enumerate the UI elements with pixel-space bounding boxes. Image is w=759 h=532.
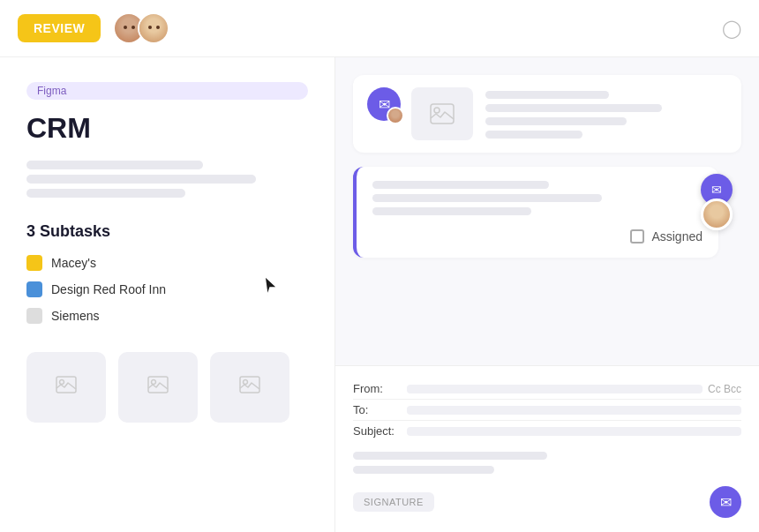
avatar-image-2 bbox=[139, 14, 168, 42]
assigned-row: Assigned bbox=[372, 229, 703, 244]
to-value[interactable] bbox=[407, 406, 741, 415]
msg-line-1 bbox=[485, 91, 609, 99]
svg-point-5 bbox=[244, 380, 248, 385]
subtask-item-maceys: Macey's bbox=[26, 255, 308, 271]
email-footer: SIGNATURE ✉ bbox=[353, 486, 741, 518]
message-lines-1 bbox=[485, 87, 727, 139]
message-body-1 bbox=[411, 87, 727, 140]
msg2-line-3 bbox=[372, 207, 531, 215]
subtask-label-maceys: Macey's bbox=[51, 256, 96, 270]
subtasks-heading: 3 Subtasks bbox=[26, 222, 308, 241]
subtask-label-siemens: Siemens bbox=[51, 309, 99, 323]
subtask-item-design-red-roof: Design Red Roof Inn bbox=[26, 281, 308, 297]
email-from-row: From: Cc Bcc bbox=[353, 378, 741, 400]
subtask-list: Macey's Design Red Roof Inn Siemens bbox=[26, 255, 308, 324]
subtask-dot-blue bbox=[26, 281, 42, 297]
email-body-line-1 bbox=[353, 452, 547, 460]
desc-line-2 bbox=[26, 175, 256, 184]
topbar: REVIEW ◯ bbox=[0, 0, 759, 57]
right-panel: ✉ bbox=[335, 57, 759, 532]
subtask-item-siemens: Siemens bbox=[26, 308, 308, 324]
messages-area: ✉ bbox=[335, 57, 759, 365]
image-icon-1 bbox=[56, 376, 77, 399]
svg-point-1 bbox=[60, 380, 64, 385]
svg-rect-6 bbox=[431, 104, 454, 124]
image-icon-2 bbox=[147, 376, 169, 399]
avatars bbox=[113, 12, 169, 44]
subject-value[interactable] bbox=[407, 427, 741, 436]
assigned-checkbox[interactable] bbox=[630, 229, 644, 244]
eye-icon[interactable]: ◯ bbox=[722, 18, 741, 39]
thumbnail-1 bbox=[26, 352, 106, 423]
message-lines-2 bbox=[372, 181, 703, 215]
message-card-2: Assigned ✉ bbox=[353, 167, 718, 258]
email-to-row: To: bbox=[353, 400, 741, 421]
description-lines bbox=[26, 161, 308, 198]
mail-icon-2: ✉ bbox=[711, 183, 722, 197]
message-avatar-1: ✉ bbox=[367, 87, 401, 121]
cc-bcc-label[interactable]: Cc Bcc bbox=[708, 383, 741, 395]
left-panel: Figma CRM 3 Subtasks Macey's Design Red … bbox=[0, 57, 335, 532]
from-label: From: bbox=[353, 382, 402, 395]
user-avatar-small-1 bbox=[387, 107, 404, 124]
desc-line-1 bbox=[26, 161, 203, 169]
topbar-left: REVIEW bbox=[18, 12, 169, 44]
thumbnail-2 bbox=[118, 352, 198, 423]
assigned-label: Assigned bbox=[651, 229, 703, 244]
email-body-line-2 bbox=[353, 466, 494, 474]
msg2-line-2 bbox=[372, 194, 602, 202]
email-body bbox=[353, 452, 741, 474]
subtask-dot-gray bbox=[26, 308, 42, 324]
desc-line-3 bbox=[26, 189, 185, 198]
card2-user-avatar bbox=[701, 199, 733, 230]
main-content: Figma CRM 3 Subtasks Macey's Design Red … bbox=[0, 57, 759, 532]
project-title: CRM bbox=[26, 112, 308, 145]
thumbnails-row bbox=[26, 352, 308, 423]
msg-line-4 bbox=[485, 131, 582, 139]
send-button[interactable]: ✉ bbox=[710, 486, 741, 518]
message-thumbnail bbox=[411, 87, 473, 140]
to-label: To: bbox=[353, 403, 402, 416]
email-composer: From: Cc Bcc To: Subject: SIGNATURE ✉ bbox=[335, 365, 759, 532]
send-icon: ✉ bbox=[720, 494, 732, 511]
message-card-2-inner: Assigned bbox=[372, 181, 703, 244]
image-icon-3 bbox=[239, 376, 260, 399]
msg-line-3 bbox=[485, 117, 627, 125]
thumbnail-3 bbox=[210, 352, 289, 423]
review-button[interactable]: REVIEW bbox=[18, 14, 101, 42]
msg2-line-1 bbox=[372, 181, 549, 189]
figma-tag: Figma bbox=[26, 82, 308, 100]
signature-button[interactable]: SIGNATURE bbox=[353, 492, 434, 512]
svg-point-7 bbox=[434, 108, 440, 113]
subject-label: Subject: bbox=[353, 424, 402, 438]
subtask-label-design-red-roof: Design Red Roof Inn bbox=[51, 282, 166, 296]
from-value[interactable] bbox=[407, 385, 703, 393]
subtask-dot-yellow bbox=[26, 255, 42, 271]
avatar-2 bbox=[138, 12, 169, 44]
email-subject-row: Subject: bbox=[353, 421, 741, 441]
message-card-1: ✉ bbox=[353, 75, 741, 153]
svg-point-3 bbox=[152, 380, 156, 385]
msg-line-2 bbox=[485, 104, 662, 112]
